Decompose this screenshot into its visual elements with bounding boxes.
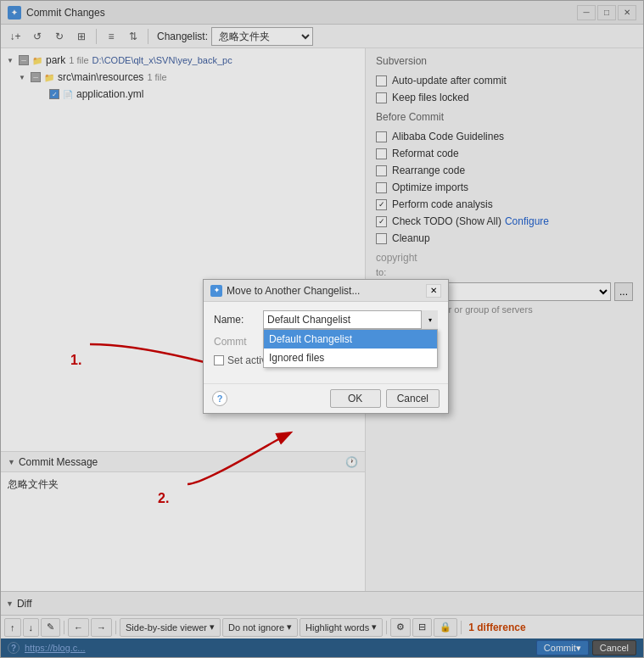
checkbox-optimize[interactable] xyxy=(376,182,387,193)
folder-icon-park: 📁 xyxy=(31,54,43,66)
diff-toolbar: ↑ ↓ ✎ ← → Side-by-side viewer ▾ Do not i… xyxy=(1,615,643,638)
configure-link[interactable]: Configure xyxy=(505,215,549,227)
dialog: ✦ Move to Another Changelist... ✕ Name: … xyxy=(203,279,449,414)
dialog-close-btn[interactable]: ✕ xyxy=(426,284,441,298)
diff-section-header: ▼ Diff xyxy=(1,591,643,615)
close-button[interactable]: ✕ xyxy=(618,5,636,20)
lock-icon: 🔒 xyxy=(440,622,451,633)
tree-toggle-src[interactable]: ▼ xyxy=(16,71,28,83)
diff-toggle[interactable]: ▼ xyxy=(6,599,14,608)
section-title: ▼ Commit Message xyxy=(8,456,98,468)
diff-nav-left[interactable]: ← xyxy=(68,618,89,637)
tree-item-park[interactable]: ▼ ─ 📁 park 1 file D:\CODE\qlt_x\SVN\yey_… xyxy=(1,52,365,69)
toolbar-sep-2 xyxy=(148,29,148,44)
diff-settings-btn[interactable]: ⚙ xyxy=(390,618,411,637)
commit-message-title: Commit Message xyxy=(19,456,98,468)
label-cleanup: Cleanup xyxy=(392,232,430,244)
commit-message-section: ▼ Commit Message 🕐 忽略文件夹 xyxy=(1,451,365,591)
diff-columns-btn[interactable]: ⊟ xyxy=(412,618,432,637)
diff-sep-1 xyxy=(64,621,64,634)
viewer-dropdown[interactable]: Side-by-side viewer ▾ xyxy=(120,618,221,637)
option-code-analysis: ✓ Perform code analysis xyxy=(376,198,633,211)
checkbox-auto-update[interactable] xyxy=(376,75,387,86)
cancel-button[interactable]: Cancel xyxy=(592,640,636,655)
diff-count: 1 difference xyxy=(468,622,525,633)
dropdown-item-default[interactable]: Default Changelist xyxy=(264,330,437,349)
tree-toggle-park[interactable]: ▼ xyxy=(4,54,16,66)
changelist-select[interactable]: 忽略文件夹 xyxy=(211,27,313,46)
footer-bar: ? https://blog.c... Commit▾ Cancel xyxy=(1,638,643,657)
tree-checkbox-park[interactable]: ─ xyxy=(19,55,29,65)
highlight-chevron: ▾ xyxy=(372,622,377,633)
left-icon: ← xyxy=(74,622,83,633)
checkbox-reformat[interactable] xyxy=(376,148,387,159)
title-controls: ─ □ ✕ xyxy=(577,5,636,20)
toolbar-list-btn[interactable]: ≡ xyxy=(102,27,120,46)
tree-item-file[interactable]: ✓ 📄 application.yml xyxy=(1,86,365,103)
toolbar-undo-btn[interactable]: ↺ xyxy=(28,27,47,46)
set-active-checkbox[interactable] xyxy=(214,355,224,365)
label-reformat: Reformat code xyxy=(392,148,459,159)
annotation-1: 1. xyxy=(70,353,81,368)
diff-edit-btn[interactable]: ✎ xyxy=(41,618,60,637)
option-optimize: Optimize imports xyxy=(376,181,633,194)
dialog-dropdown-btn[interactable]: ▾ xyxy=(421,310,438,329)
tree-checkbox-src[interactable]: ─ xyxy=(31,72,41,82)
help-icon[interactable]: ? xyxy=(8,642,20,654)
highlight-dropdown[interactable]: Highlight words ▾ xyxy=(300,618,383,637)
ignore-dropdown[interactable]: Do not ignore ▾ xyxy=(222,618,298,637)
checkbox-alibaba[interactable] xyxy=(376,131,387,142)
dialog-ok-btn[interactable]: OK xyxy=(330,389,381,408)
ignore-chevron: ▾ xyxy=(287,622,292,633)
checkbox-check-todo[interactable]: ✓ xyxy=(376,216,387,227)
server-browse-btn[interactable]: ... xyxy=(614,282,633,301)
diff-nav-right[interactable]: → xyxy=(91,618,112,637)
checkbox-keep-locked[interactable] xyxy=(376,92,387,103)
tree-meta-park: 1 file xyxy=(69,55,88,65)
ignore-label: Do not ignore xyxy=(228,622,284,633)
dialog-app-icon: ✦ xyxy=(210,285,222,297)
checkbox-cleanup[interactable] xyxy=(376,233,387,244)
toolbar-group-btn[interactable]: ⊞ xyxy=(72,27,91,46)
minimize-button[interactable]: ─ xyxy=(577,5,596,20)
maximize-button[interactable]: □ xyxy=(597,5,616,20)
footer-link[interactable]: https://blog.c... xyxy=(25,643,86,653)
commit-button[interactable]: Commit▾ xyxy=(536,640,589,655)
toolbar-add-btn[interactable]: ↓+ xyxy=(6,27,25,46)
arrow-up-icon: ↑ xyxy=(10,622,15,633)
toolbar-redo-btn[interactable]: ↻ xyxy=(50,27,69,46)
app-icon: ✦ xyxy=(8,6,21,20)
diff-nav-down[interactable]: ↓ xyxy=(23,618,40,637)
label-code-analysis: Perform code analysis xyxy=(392,198,493,210)
dialog-help-btn[interactable]: ? xyxy=(212,391,227,406)
title-bar: ✦ Commit Changes ─ □ ✕ xyxy=(1,1,643,25)
dropdown-item-ignored[interactable]: Ignored files xyxy=(264,349,437,367)
toolbar: ↓+ ↺ ↻ ⊞ ≡ ⇅ Changelist: 忽略文件夹 xyxy=(1,25,643,48)
before-commit-section: Before Commit Alibaba Code Guidelines Re… xyxy=(376,111,633,245)
tree-checkbox-file[interactable]: ✓ xyxy=(49,89,59,99)
label-auto-update: Auto-update after commit xyxy=(392,75,507,86)
diff-nav-up[interactable]: ↑ xyxy=(4,618,21,637)
clock-icon: 🕐 xyxy=(345,456,358,468)
tree-path-park: D:\CODE\qlt_x\SVN\yey_back_pc xyxy=(92,55,232,65)
toolbar-sort-btn[interactable]: ⇅ xyxy=(124,27,143,46)
option-check-todo: ✓ Check TODO (Show All) Configure xyxy=(376,215,633,228)
checkbox-code-analysis[interactable]: ✓ xyxy=(376,199,387,210)
option-rearrange: Rearrange code xyxy=(376,164,633,177)
label-optimize: Optimize imports xyxy=(392,181,468,193)
settings-icon: ⚙ xyxy=(396,622,405,633)
tree-label-file: application.yml xyxy=(76,88,143,100)
title-bar-left: ✦ Commit Changes xyxy=(8,6,105,20)
dialog-cancel-btn[interactable]: Cancel xyxy=(386,389,440,408)
dialog-name-input[interactable] xyxy=(263,310,438,329)
commit-message-header: ▼ Commit Message 🕐 xyxy=(1,452,365,472)
dialog-footer: ? OK Cancel xyxy=(204,383,448,413)
tree-item-src[interactable]: ▼ ─ 📁 src\main\resources 1 file xyxy=(1,69,365,86)
edit-icon: ✎ xyxy=(47,622,54,633)
file-icon-yml: 📄 xyxy=(62,88,74,100)
option-keep-locked: Keep files locked xyxy=(376,91,633,104)
section-toggle[interactable]: ▼ xyxy=(8,458,15,466)
diff-lock-btn[interactable]: 🔒 xyxy=(434,618,457,637)
commit-textarea[interactable]: 忽略文件夹 xyxy=(1,472,365,591)
checkbox-rearrange[interactable] xyxy=(376,165,387,176)
